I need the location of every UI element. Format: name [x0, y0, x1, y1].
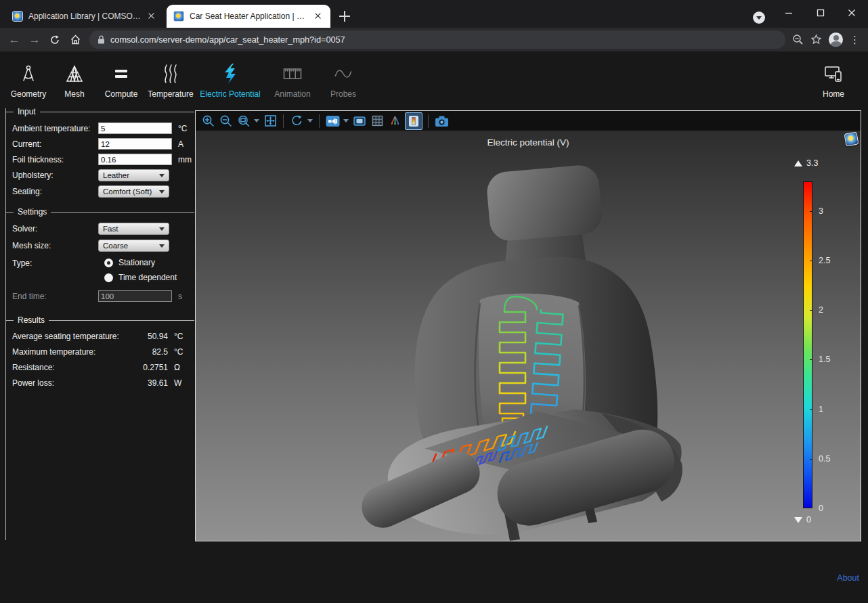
zoom-in-icon[interactable]: [200, 114, 215, 129]
zoom-indicator-icon[interactable]: [792, 34, 804, 45]
field-label: Mesh size:: [12, 241, 98, 250]
scene-light-icon[interactable]: [352, 114, 367, 129]
grid-icon[interactable]: [370, 114, 385, 129]
mesh-size-select[interactable]: Coarse: [98, 240, 169, 252]
mesh-size-row: Mesh size: Coarse: [12, 240, 194, 252]
ribbon-home-button[interactable]: Home: [812, 51, 854, 99]
result-row: Average seating temperature: 50.94 °C: [12, 331, 194, 342]
colorbar-tick-label: 3: [819, 206, 823, 216]
profile-avatar[interactable]: [829, 32, 843, 47]
tab-close-icon[interactable]: [146, 11, 157, 22]
seating-row: Seating: Comfort (Soft): [12, 185, 194, 198]
max-arrow-icon: [794, 160, 802, 166]
unit-label: A: [178, 139, 183, 149]
upholstery-select[interactable]: Leather: [98, 169, 169, 181]
result-unit: W: [174, 378, 194, 388]
back-button[interactable]: ←: [4, 31, 24, 49]
result-label: Average seating temperature:: [12, 332, 122, 341]
about-link[interactable]: About: [837, 573, 859, 583]
tab-title: Application Library | COMSOL Se: [28, 12, 141, 21]
ribbon-compute-button[interactable]: Compute: [97, 51, 145, 99]
radio-label: Stationary: [118, 258, 155, 267]
tab-car-seat-heater[interactable]: Car Seat Heater Application | CO: [167, 5, 330, 28]
headrest: [485, 164, 603, 242]
zoom-extents-icon[interactable]: [263, 114, 278, 129]
tab-search-button[interactable]: [753, 12, 765, 24]
result-unit: °C: [174, 332, 194, 341]
color-legend-toggle[interactable]: [405, 112, 422, 130]
settings-section-header: Settings: [6, 207, 194, 217]
chevron-down-icon: [159, 174, 165, 180]
mesh-triangle-icon: [66, 62, 83, 86]
ribbon-mesh-button[interactable]: Mesh: [51, 51, 97, 99]
chevron-down-icon: [159, 244, 165, 250]
colorbar-max: 3.3: [794, 158, 818, 168]
rotate-view-icon[interactable]: [289, 114, 304, 129]
time-dependent-radio[interactable]: [104, 273, 113, 282]
field-label: Type:: [12, 259, 32, 268]
lock-icon: [97, 35, 105, 44]
browser-menu-icon[interactable]: ⋮: [850, 34, 860, 46]
temperature-heat-waves-icon: [162, 62, 179, 86]
unit-label: °C: [178, 124, 187, 133]
home-devices-icon: [824, 62, 843, 86]
zoom-box-dropdown-caret[interactable]: [253, 114, 260, 129]
seating-select[interactable]: Comfort (Soft): [98, 185, 169, 198]
field-label: Foil thickness:: [12, 155, 98, 164]
window-minimize-button[interactable]: [779, 5, 799, 20]
current-input[interactable]: [98, 138, 172, 150]
toolbar-separator: [428, 114, 429, 128]
window-close-button[interactable]: [842, 5, 862, 20]
geometry-compass-icon: [20, 62, 37, 86]
colorbar-tick-label: 1.5: [819, 355, 830, 364]
result-value: 0.2751: [122, 363, 168, 372]
ribbon-probes-button: Probes: [321, 51, 366, 99]
field-label: Solver:: [12, 224, 98, 233]
type-group: Type: Stationary Time dependent: [6, 258, 194, 282]
input-section-header: Input: [6, 107, 194, 116]
field-label: Current:: [12, 139, 98, 149]
zoom-out-icon[interactable]: [218, 114, 233, 129]
stationary-radio-row: Stationary: [104, 258, 194, 267]
window-maximize-button[interactable]: [810, 5, 831, 20]
solver-select[interactable]: Fast: [98, 223, 169, 235]
url-text: comsol.com/server-demo/app/car_seat_heat…: [110, 35, 345, 45]
end-time-input: [98, 290, 172, 302]
ambient-temperature-input[interactable]: [98, 122, 172, 134]
stationary-radio[interactable]: [104, 259, 113, 267]
new-tab-button[interactable]: [339, 10, 351, 22]
comsol-favicon: [12, 11, 23, 22]
ribbon-electric-potential-button[interactable]: Electric Potential: [196, 51, 264, 99]
address-bar[interactable]: comsol.com/server-demo/app/car_seat_heat…: [89, 30, 785, 49]
screenshot-camera-icon[interactable]: [434, 114, 449, 129]
toolbar-separator: [283, 114, 284, 128]
reload-button[interactable]: [45, 31, 65, 49]
browser-tab-bar: Application Library | COMSOL Se Car Seat…: [0, 0, 868, 28]
bookmark-star-icon[interactable]: [810, 34, 822, 45]
forward-button[interactable]: →: [24, 31, 45, 49]
result-value: 82.5: [122, 347, 168, 357]
home-button[interactable]: [65, 31, 85, 49]
projection-dropdown-caret[interactable]: [343, 114, 349, 129]
ribbon-geometry-button[interactable]: Geometry: [5, 51, 51, 99]
unit-label: mm: [178, 155, 192, 164]
compute-equals-icon: [113, 62, 129, 86]
result-row: Maximum temperature: 82.5 °C: [12, 347, 194, 357]
animation-filmstrip-icon: [283, 62, 302, 86]
axes-icon[interactable]: [387, 114, 402, 129]
rotate-dropdown-caret[interactable]: [307, 114, 313, 129]
tab-close-icon[interactable]: [313, 11, 324, 22]
field-label: Ambient temperature:: [12, 124, 98, 133]
result-row: Resistance: 0.2751 Ω: [12, 362, 194, 373]
tab-title: Car Seat Heater Application | CO: [190, 12, 307, 21]
foil-thickness-input[interactable]: [98, 154, 172, 165]
time-dependent-radio-row: Time dependent: [104, 273, 194, 282]
ribbon-temperature-button[interactable]: Temperature: [145, 51, 196, 99]
tab-application-library[interactable]: Application Library | COMSOL Se: [5, 5, 164, 28]
plot-canvas[interactable]: Electric potential (V): [196, 131, 861, 541]
unit-label: s: [178, 292, 182, 301]
zoom-box-icon[interactable]: [236, 114, 251, 129]
toolbar-separator: [319, 114, 320, 128]
projection-view-icon[interactable]: [325, 114, 340, 129]
car-seat-3d-model[interactable]: [196, 131, 861, 541]
